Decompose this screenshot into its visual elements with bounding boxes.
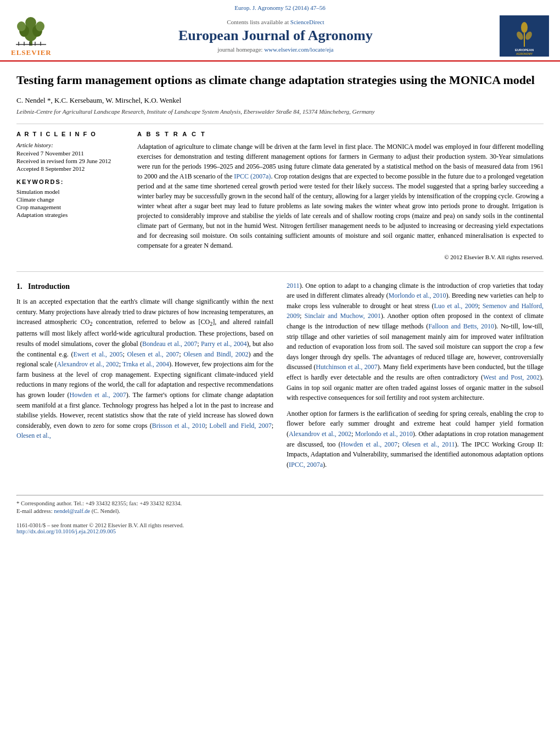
homepage-link[interactable]: www.elsevier.com/locate/eja — [264, 46, 333, 53]
authors: C. Nendel *, K.C. Kersebaum, W. Mirschel… — [16, 96, 544, 105]
keyword-2: Climate change — [16, 196, 121, 203]
page-footer: 1161-0301/$ – see front matter © 2012 El… — [0, 520, 560, 539]
divider-1 — [16, 124, 544, 124]
copyright: © 2012 Elsevier B.V. All rights reserved… — [137, 254, 544, 260]
body-left-col: 1. Introduction It is an accepted expect… — [16, 281, 273, 476]
corresponding-author-note: * Corresponding author. Tel.: +49 33432 … — [16, 500, 544, 506]
svg-point-14 — [521, 22, 528, 33]
abstract-text: Adaptation of agriculture to climate cha… — [137, 142, 544, 250]
footnote-area: * Corresponding author. Tel.: +49 33432 … — [0, 496, 560, 520]
trnka-link[interactable]: Trnka et al., 2004 — [122, 360, 169, 368]
body-content: 1. Introduction It is an accepted expect… — [16, 281, 544, 476]
elsevier-tree-icon — [13, 14, 49, 47]
journal-ref-bar: Europ. J. Agronomy 52 (2014) 47–56 — [11, 4, 549, 11]
keywords-section: Keywords: Simulation model Climate chang… — [16, 178, 121, 218]
svg-text:AGRONOMY: AGRONOMY — [516, 52, 533, 55]
svg-point-5 — [36, 21, 44, 31]
affiliation: Leibniz-Centre for Agricultural Landscap… — [16, 108, 544, 115]
parry-link[interactable]: Parry et al., 2004 — [201, 340, 247, 348]
morlondo-link[interactable]: Morlondo et al., 2010 — [389, 292, 446, 299]
olesen2011b-link[interactable]: Olesen et al., 2011 — [402, 440, 455, 448]
brisson-link[interactable]: Brisson et al., 2010 — [152, 422, 205, 429]
article-title: Testing farm management options as clima… — [16, 72, 544, 88]
morlondo2-link[interactable]: Morlondo et al., 2010 — [355, 430, 413, 438]
intro-para-1-cont: 2011). One option to adapt to a changing… — [287, 281, 544, 403]
alexandrov-link[interactable]: Alexandrov et al., 2002 — [57, 360, 119, 368]
keyword-4: Adaptation strategies — [16, 211, 121, 218]
doi-link[interactable]: http://dx.doi.org/10.1016/j.eja.2012.09.… — [16, 528, 116, 534]
article-info-abstract: A R T I C L E I N F O Article history: R… — [16, 131, 544, 260]
accepted-date: Accepted 8 September 2012 — [16, 165, 121, 172]
article-info-panel: A R T I C L E I N F O Article history: R… — [16, 131, 121, 260]
elsevier-logo: ELSEVIER — [11, 14, 52, 57]
hutchinson-link[interactable]: Hutchinson et al., 2007 — [316, 363, 377, 371]
abstract-heading: A B S T R A C T — [137, 131, 544, 137]
article-content: Testing farm management options as clima… — [0, 62, 560, 486]
journal-title: European Journal of Agronomy — [52, 27, 500, 44]
header-main: ELSEVIER Contents lists available at Sci… — [11, 14, 549, 60]
received-date: Received 7 November 2011 — [16, 150, 121, 157]
bondeau-link[interactable]: Bondeau et al., 2007 — [142, 340, 197, 348]
sinclair-link[interactable]: Sinclair and Muchow, 2001 — [305, 312, 381, 320]
lobell-link[interactable]: Lobell and Field, 2007 — [209, 422, 271, 429]
howden2-link[interactable]: Howden et al., 2007 — [341, 440, 398, 448]
journal-ref: Europ. J. Agronomy 52 (2014) 47–56 — [234, 4, 325, 11]
page: Europ. J. Agronomy 52 (2014) 47–56 — [0, 0, 560, 742]
email-link[interactable]: nendel@zalf.de — [54, 508, 90, 514]
article-info-heading: A R T I C L E I N F O — [16, 131, 121, 137]
revised-date: Received in revised form 29 June 2012 — [16, 158, 121, 164]
journal-header: Europ. J. Agronomy 52 (2014) 47–56 — [0, 0, 560, 62]
abstract-panel: A B S T R A C T Adaptation of agricultur… — [137, 131, 544, 260]
luo-link[interactable]: Luo et al., 2009 — [434, 302, 478, 310]
agronomy-logo: EUROPEAN AGRONOMY — [500, 15, 549, 57]
intro-para-2: Another option for farmers is the earlif… — [287, 409, 544, 470]
elsevier-brand: ELSEVIER — [11, 48, 52, 57]
falloon-link[interactable]: Falloon and Betts, 2010 — [428, 322, 494, 330]
olesen2007-link[interactable]: Olesen et al., 2007 — [127, 350, 179, 358]
ipcc-link[interactable]: IPCC (2007a) — [234, 172, 271, 180]
keyword-3: Crop management — [16, 204, 121, 210]
olesen-bindl-link[interactable]: Olesen and Bindl, 2002 — [183, 350, 248, 358]
olesen-etal-link[interactable]: Olesen et al., — [16, 432, 51, 439]
olesen2011-link[interactable]: 2011 — [287, 282, 300, 289]
agronomy-logo-icon: EUROPEAN AGRONOMY — [502, 16, 546, 55]
body-right-col: 2011). One option to adapt to a changing… — [287, 281, 544, 476]
history-label: Article history: — [16, 142, 121, 148]
keyword-1: Simulation model — [16, 188, 121, 195]
howden-link[interactable]: Howden et al., 2007 — [70, 391, 126, 399]
journal-title-area: Contents lists available at ScienceDirec… — [52, 19, 500, 53]
homepage-url: journal homepage: www.elsevier.com/locat… — [52, 46, 500, 53]
intro-para-1: It is an accepted expectation that the e… — [16, 297, 273, 441]
svg-text:EUROPEAN: EUROPEAN — [515, 48, 534, 52]
svg-point-4 — [17, 21, 26, 31]
alexandrov2-link[interactable]: Alexandrov et al., 2002 — [289, 430, 351, 438]
divider-2 — [16, 271, 544, 272]
intro-section-title: 1. Introduction — [16, 281, 273, 293]
keywords-heading: Keywords: — [16, 178, 121, 185]
sciencedirect-link[interactable]: ScienceDirect — [290, 19, 324, 25]
west-link[interactable]: West and Post, 2002 — [483, 373, 540, 381]
ewert-link[interactable]: Ewert et al., 2005 — [73, 350, 122, 358]
ipcc2007a-link[interactable]: IPCC, 2007a — [289, 461, 323, 468]
issn-info: 1161-0301/$ – see front matter © 2012 El… — [16, 522, 544, 528]
doi-info: http://dx.doi.org/10.1016/j.eja.2012.09.… — [16, 528, 544, 534]
contents-available-text: Contents lists available at ScienceDirec… — [52, 19, 500, 25]
svg-point-6 — [25, 17, 36, 28]
email-note: E-mail address: nendel@zalf.de (C. Nende… — [16, 508, 544, 514]
